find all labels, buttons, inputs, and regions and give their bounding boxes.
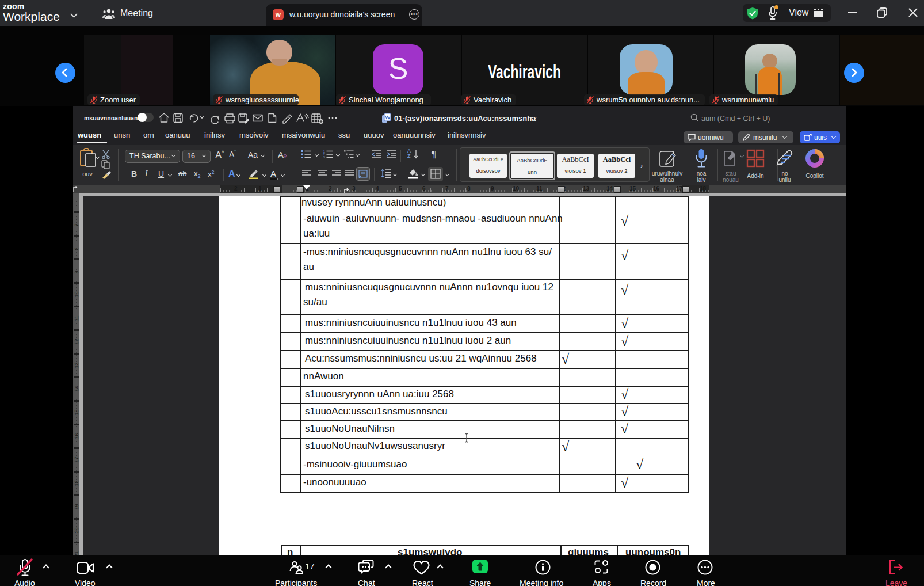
svg-text:3: 3 (323, 155, 325, 158)
